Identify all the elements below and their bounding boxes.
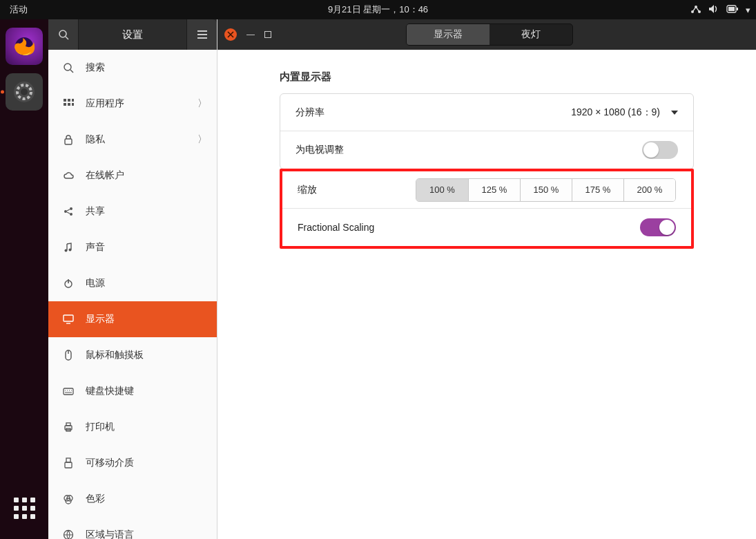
window-minimize-button[interactable]: — [246,30,255,39]
sidebar-item-label: 隐私 [86,133,105,146]
section-title: 内置显示器 [280,70,694,84]
volume-icon[interactable] [708,4,719,16]
scale-option-200[interactable]: 200 % [623,179,675,201]
sidebar-item-cloud[interactable]: 在线帐户 [48,158,217,193]
dock-firefox[interactable] [6,28,43,65]
svg-point-19 [64,210,67,213]
display-settings-panel: 分辨率 1920 × 1080 (16：9) 为电视调整 [280,93,694,169]
sidebar-hamburger-button[interactable] [186,19,217,50]
search-icon [61,62,76,73]
sidebar-item-color[interactable]: 色彩 [48,481,217,517]
sidebar-item-mouse[interactable]: 鼠标和触摸板 [48,337,217,373]
row-fractional-scaling: Fractional Scaling [282,209,691,246]
clock[interactable]: 9月21日 星期一，10：46 [328,3,428,16]
scale-option-100[interactable]: 100 % [416,179,468,201]
sidebar-item-label: 应用程序 [86,97,124,110]
removable-icon [61,457,76,469]
chevron-down-icon[interactable]: ▾ [746,5,750,15]
svg-rect-18 [65,139,72,144]
scale-option-175[interactable]: 175 % [572,179,623,201]
sidebar-item-globe[interactable]: 区域与语言 [48,517,217,539]
sidebar-item-display[interactable]: 显示器 [48,301,217,337]
tv-adjust-toggle[interactable] [642,141,678,159]
network-icon[interactable] [690,4,701,16]
tab-switcher: 显示器 夜灯 [406,23,573,46]
fractional-scaling-toggle[interactable] [640,218,676,236]
scale-label: 缩放 [298,184,416,196]
window-maximize-button[interactable] [264,31,271,38]
sidebar-header: 设置 [48,19,217,50]
power-icon [61,278,76,289]
tab-display[interactable]: 显示器 [407,24,490,45]
sidebar-title: 设置 [79,28,186,41]
sidebar-search-button[interactable] [48,19,79,50]
sidebar-item-music[interactable]: 声音 [48,229,217,265]
dock-show-apps[interactable] [6,489,43,527]
svg-rect-5 [728,7,735,11]
music-icon [61,242,76,253]
svg-rect-29 [66,423,70,426]
sidebar-item-share[interactable]: 共享 [48,193,217,229]
apps-icon [61,98,76,109]
close-icon [227,31,234,38]
window-close-button[interactable] [224,28,237,41]
tab-nightlight[interactable]: 夜灯 [490,24,572,45]
chevron-right-icon: 〉 [197,133,207,146]
scale-button-group: 100 %125 %150 %175 %200 % [416,178,676,202]
scale-option-150[interactable]: 150 % [520,179,572,201]
svg-point-21 [70,213,72,216]
search-icon [58,29,69,40]
svg-point-22 [65,249,68,252]
sidebar-item-lock[interactable]: 隐私〉 [48,122,217,158]
sidebar-item-label: 声音 [86,241,105,254]
svg-rect-14 [72,99,74,102]
scale-option-125[interactable]: 125 % [468,179,520,201]
settings-sidebar: 设置 搜索应用程序〉隐私〉在线帐户共享声音电源显示器鼠标和触摸板键盘快捷键打印机… [48,19,217,539]
svg-point-23 [69,249,72,252]
dock-settings[interactable] [6,73,43,111]
svg-rect-31 [66,458,70,462]
activities-button[interactable]: 活动 [0,3,37,16]
resolution-value[interactable]: 1920 × 1080 (16：9) [571,106,678,119]
lock-icon [61,134,76,145]
svg-rect-13 [68,99,70,102]
resolution-text: 1920 × 1080 (16：9) [571,106,660,119]
sidebar-item-label: 打印机 [86,421,115,433]
svg-rect-25 [64,315,73,321]
row-resolution[interactable]: 分辨率 1920 × 1080 (16：9) [280,94,693,131]
sidebar-item-label: 可移动介质 [86,457,134,469]
sidebar-item-power[interactable]: 电源 [48,265,217,301]
sidebar-item-label: 显示器 [86,313,115,325]
settings-window: 设置 搜索应用程序〉隐私〉在线帐户共享声音电源显示器鼠标和触摸板键盘快捷键打印机… [48,19,756,539]
svg-rect-15 [64,103,66,106]
sidebar-item-search[interactable]: 搜索 [48,50,217,86]
content-body: 内置显示器 分辨率 1920 × 1080 (16：9) 为电视调整 缩放 [217,50,756,539]
svg-rect-27 [64,388,73,395]
cloud-icon [61,170,76,181]
color-icon [61,493,76,504]
sidebar-item-keyboard[interactable]: 键盘快捷键 [48,373,217,409]
svg-rect-17 [72,103,74,106]
svg-point-11 [64,64,71,70]
display-icon [61,314,76,325]
row-tv-adjust: 为电视调整 [280,131,693,169]
fractional-scaling-label: Fractional Scaling [298,222,640,233]
keyboard-icon [61,386,76,397]
sidebar-item-printer[interactable]: 打印机 [48,409,217,445]
dock [0,19,48,539]
sidebar-item-label: 键盘快捷键 [86,385,134,397]
top-bar: 活动 9月21日 星期一，10：46 ▾ [0,0,756,19]
battery-icon[interactable] [726,5,739,15]
sidebar-item-label: 鼠标和触摸板 [86,349,144,361]
sidebar-item-apps[interactable]: 应用程序〉 [48,86,217,122]
sidebar-item-label: 在线帐户 [86,169,124,182]
sidebar-item-removable[interactable]: 可移动介质 [48,445,217,481]
svg-point-20 [70,207,72,210]
row-scale: 缩放 100 %125 %150 %175 %200 % [282,171,691,209]
tv-adjust-label: 为电视调整 [295,144,642,156]
printer-icon [61,422,76,433]
chevron-right-icon: 〉 [197,97,207,110]
resolution-label: 分辨率 [295,106,571,119]
svg-rect-32 [65,462,72,468]
system-tray[interactable]: ▾ [690,4,750,16]
